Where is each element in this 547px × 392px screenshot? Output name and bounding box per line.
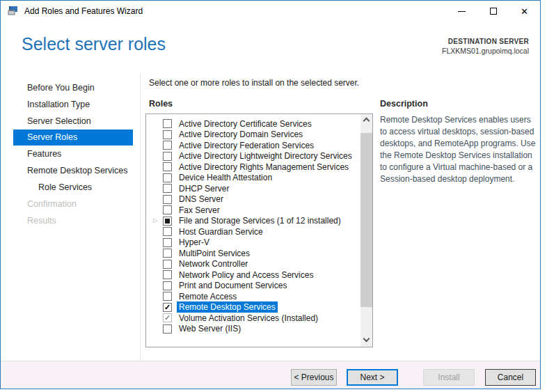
role-label: Device Health Attestation	[177, 172, 274, 183]
description-text: Remote Desktop Services enables users to…	[380, 114, 537, 185]
role-checkbox[interactable]	[163, 292, 172, 301]
window-controls: ✕	[446, 1, 540, 22]
role-row-fax-server[interactable]: Fax Server	[146, 205, 360, 216]
role-row-active-directory-domain-services[interactable]: Active Directory Domain Services	[146, 130, 360, 141]
role-row-remote-desktop-services[interactable]: ✓ Remote Desktop Services	[146, 302, 360, 313]
roles-list: Active Directory Certificate Services Ac…	[145, 113, 373, 347]
sidebar: Before You Begin Installation Type Serve…	[1, 79, 140, 229]
role-label: Active Directory Rights Management Servi…	[177, 162, 351, 173]
role-label: Remote Access	[177, 291, 239, 302]
role-row-host-guardian-service[interactable]: Host Guardian Service	[146, 226, 360, 237]
role-checkbox[interactable]: ✓	[163, 303, 172, 312]
role-checkbox[interactable]	[163, 141, 172, 150]
expander-icon[interactable]: ▷	[153, 218, 163, 224]
scroll-up-button[interactable]	[360, 114, 372, 126]
role-checkbox[interactable]	[163, 205, 172, 214]
sidebar-item-label: Remote Desktop Services	[27, 166, 128, 175]
next-button[interactable]: Next >	[347, 369, 398, 386]
role-row-hyper-v[interactable]: Hyper-V	[146, 237, 360, 249]
install-button[interactable]: Install	[423, 369, 475, 386]
sidebar-item-role-services[interactable]: Role Services	[1, 179, 140, 196]
roles-label: Roles	[149, 99, 173, 109]
role-checkbox[interactable]	[163, 162, 172, 171]
role-label: DNS Server	[177, 194, 225, 205]
description-label: Description	[380, 99, 428, 109]
sidebar-item-label: Server Roles	[27, 132, 77, 142]
role-label: Host Guardian Service	[177, 226, 265, 237]
role-row-network-controller[interactable]: Network Controller	[146, 259, 360, 270]
role-label: MultiPoint Services	[177, 248, 252, 259]
destination-server-value: FLXKMS01.grupoimq.local	[442, 47, 529, 55]
role-row-multipoint-services[interactable]: MultiPoint Services	[146, 248, 360, 259]
role-row-dhcp-server[interactable]: DHCP Server	[146, 183, 360, 194]
sidebar-item-label: Features	[27, 149, 61, 159]
role-label: Network Controller	[177, 258, 250, 269]
sidebar-item-before-you-begin[interactable]: Before You Begin	[1, 79, 140, 96]
sidebar-item-results[interactable]: Results	[1, 212, 140, 229]
role-row-dns-server[interactable]: DNS Server	[146, 194, 360, 205]
role-row-print-and-document-services[interactable]: Print and Document Services	[146, 281, 360, 292]
role-row-remote-access[interactable]: Remote Access	[146, 291, 360, 302]
role-checkbox[interactable]	[163, 195, 172, 204]
sidebar-item-server-selection[interactable]: Server Selection	[1, 113, 140, 130]
role-checkbox[interactable]: ✓	[163, 313, 172, 322]
role-checkbox[interactable]	[163, 238, 172, 247]
roles-rows: Active Directory Certificate Services Ac…	[146, 118, 360, 334]
role-checkbox[interactable]	[163, 152, 172, 161]
scroll-down-icon	[363, 336, 370, 343]
cancel-button[interactable]: Cancel	[485, 369, 536, 386]
role-row-file-and-storage-services-1-of-12-installed[interactable]: ▷ File and Storage Services (1 of 12 ins…	[146, 216, 360, 227]
role-row-active-directory-lightweight-directory-services[interactable]: Active Directory Lightweight Directory S…	[146, 151, 360, 162]
sidebar-item-features[interactable]: Features	[1, 146, 140, 162]
role-checkbox[interactable]	[163, 270, 172, 279]
minimize-button[interactable]	[446, 1, 477, 22]
role-row-network-policy-and-access-services[interactable]: Network Policy and Access Services	[146, 269, 360, 281]
role-label: Web Server (IIS)	[177, 323, 243, 334]
sidebar-item-confirmation[interactable]: Confirmation	[1, 196, 140, 212]
role-checkbox[interactable]	[163, 217, 172, 226]
destination-server-label: DESTINATION SERVER	[442, 38, 529, 45]
sidebar-item-label: Role Services	[38, 182, 92, 192]
role-checkbox[interactable]	[163, 130, 172, 139]
titlebar[interactable]: Add Roles and Features Wizard ✕	[1, 1, 540, 22]
role-row-active-directory-certificate-services[interactable]: Active Directory Certificate Services	[146, 118, 360, 130]
role-row-active-directory-rights-management-services[interactable]: Active Directory Rights Management Servi…	[146, 162, 360, 173]
roles-scrollbar[interactable]	[360, 114, 372, 347]
role-row-web-server-iis[interactable]: Web Server (IIS)	[146, 324, 360, 335]
role-row-volume-activation-services-installed[interactable]: ✓ Volume Activation Services (Installed)	[146, 313, 360, 324]
sidebar-item-server-roles[interactable]: Server Roles	[13, 130, 133, 146]
sidebar-divider	[140, 74, 141, 361]
maximize-button[interactable]	[477, 1, 509, 22]
role-row-device-health-attestation[interactable]: Device Health Attestation	[146, 173, 360, 184]
role-label: Active Directory Federation Services	[177, 140, 316, 151]
role-checkbox[interactable]	[163, 119, 172, 128]
sidebar-item-installation-type[interactable]: Installation Type	[1, 96, 140, 113]
role-row-active-directory-federation-services[interactable]: Active Directory Federation Services	[146, 140, 360, 151]
role-checkbox[interactable]	[163, 227, 172, 236]
sidebar-item-remote-desktop-services[interactable]: Remote Desktop Services	[1, 162, 140, 179]
sidebar-item-label: Results	[27, 216, 56, 226]
scroll-up-icon	[363, 118, 370, 125]
role-checkbox[interactable]	[163, 184, 172, 193]
role-label: Volume Activation Services (Installed)	[177, 313, 320, 324]
role-checkbox[interactable]	[163, 249, 172, 258]
previous-button[interactable]: < Previous	[291, 369, 337, 386]
role-label: File and Storage Services (1 of 12 insta…	[177, 215, 343, 226]
maximize-icon	[490, 8, 497, 15]
role-checkbox[interactable]	[163, 281, 172, 290]
role-label: Hyper-V	[177, 237, 212, 248]
minimize-icon	[458, 11, 466, 12]
role-label: Fax Server	[177, 205, 222, 216]
close-button[interactable]: ✕	[509, 1, 540, 22]
destination-server-block: DESTINATION SERVER FLXKMS01.grupoimq.loc…	[442, 38, 529, 55]
sidebar-item-label: Installation Type	[27, 100, 90, 109]
role-label: Remote Desktop Services	[177, 301, 278, 313]
instruction-text: Select one or more roles to install on t…	[149, 78, 359, 88]
role-checkbox[interactable]	[163, 173, 172, 182]
server-manager-icon	[8, 6, 19, 17]
role-checkbox[interactable]	[163, 324, 172, 334]
scroll-down-button[interactable]	[360, 335, 372, 347]
role-checkbox[interactable]	[163, 260, 172, 269]
sidebar-item-label: Confirmation	[27, 199, 77, 209]
scrollbar-thumb[interactable]	[360, 133, 372, 307]
